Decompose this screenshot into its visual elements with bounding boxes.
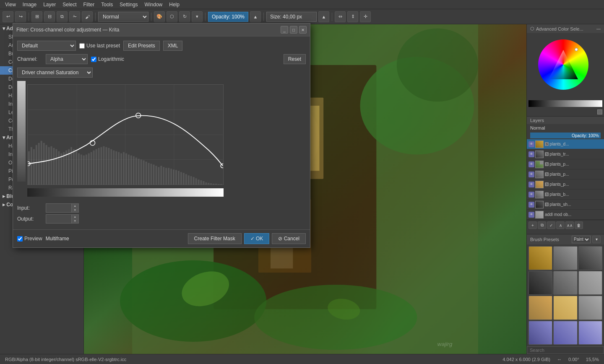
color-reset-icon[interactable]	[597, 109, 602, 114]
layer-row-4[interactable]: 👁 S plants_p...	[527, 179, 604, 190]
brush-preset-0[interactable]	[528, 246, 552, 270]
menu-tools[interactable]: Tools	[98, 1, 116, 8]
menu-window[interactable]: Window	[141, 1, 166, 8]
brush-preset-2[interactable]	[578, 246, 602, 270]
brush-preset-6[interactable]	[528, 296, 552, 320]
opacity-display[interactable]: Opacity: 100%	[208, 12, 248, 22]
color-triangle[interactable]	[549, 50, 578, 79]
menu-help[interactable]: Help	[166, 1, 183, 8]
check-layer-btn[interactable]: ✓	[547, 221, 555, 229]
preview-checkbox[interactable]	[17, 236, 23, 242]
brush-preset-1[interactable]	[553, 246, 577, 270]
dialog-maximize-btn[interactable]: □	[290, 26, 297, 34]
layer-eye-6[interactable]: 👁	[528, 202, 534, 208]
toolbar-arrow-btn[interactable]: ▾	[192, 11, 203, 22]
color-value-strip[interactable]	[528, 100, 602, 107]
opacity-up-btn[interactable]: ▲	[250, 11, 261, 22]
mirror-h-btn[interactable]: ⇔	[335, 11, 346, 22]
duplicate-layer-btn[interactable]: ⧉	[538, 221, 546, 229]
layer-eye-7[interactable]: 👁	[528, 212, 534, 218]
input-spin-down[interactable]: ▾	[72, 208, 78, 212]
layer-eye-5[interactable]: 👁	[528, 192, 534, 198]
menu-filter[interactable]: Filter	[80, 1, 98, 8]
menu-layer[interactable]: Layer	[40, 1, 59, 8]
add-layer-btn[interactable]: +	[528, 221, 537, 229]
brush-preset-8[interactable]	[578, 296, 602, 320]
layer-eye-1[interactable]: 👁	[528, 151, 534, 157]
output-spinbox[interactable]: 14 ▴ ▾	[46, 214, 79, 224]
reset-btn[interactable]: Reset	[284, 54, 306, 64]
output-spin-down[interactable]: ▾	[72, 219, 78, 223]
input-spinbox[interactable]: 32 ▴ ▾	[46, 203, 79, 213]
brush-preset-9[interactable]	[528, 321, 552, 345]
edit-presets-btn[interactable]: Edit Presets	[123, 41, 160, 51]
toolbar-refresh-btn[interactable]: ↻	[179, 11, 190, 22]
dialog-minimize-btn[interactable]: _	[281, 26, 288, 34]
layer-row-7[interactable]: 👁 addl mod ob...	[527, 210, 604, 220]
color-selector-collapse[interactable]: —	[596, 26, 601, 31]
color-wheel[interactable]	[538, 39, 588, 90]
mirror-v-btn[interactable]: ⇕	[347, 11, 358, 22]
blend-mode-select[interactable]: Normal	[98, 12, 148, 22]
merge-layer-btn[interactable]: ∧	[556, 221, 565, 229]
xml-btn[interactable]: XML	[163, 41, 183, 51]
menu-image[interactable]: Image	[19, 1, 40, 8]
brush-search-input[interactable]	[527, 346, 604, 354]
ok-btn[interactable]: ✓ OK	[244, 233, 270, 244]
curve-editor[interactable]	[27, 84, 224, 185]
driver-select[interactable]: Driver channel Saturation	[17, 68, 93, 78]
menu-select[interactable]: Select	[59, 1, 80, 8]
output-value[interactable]: 14	[46, 215, 71, 223]
brush-preset-11[interactable]	[578, 321, 602, 345]
layer-row-6[interactable]: 👁 S plants_sh...	[527, 200, 604, 210]
toolbar-grid-btn[interactable]: ⊞	[31, 11, 42, 22]
layer-row-5[interactable]: 👁 S plants_b...	[527, 190, 604, 200]
layer-row-3[interactable]: 👁 S plants_p...	[527, 169, 604, 179]
input-value[interactable]: 32	[46, 204, 71, 212]
input-spin-up[interactable]: ▴	[72, 204, 78, 208]
toolbar-copy-btn[interactable]: ⧉	[57, 11, 68, 22]
brush-preset-3[interactable]	[528, 271, 552, 295]
brush-preset-4[interactable]	[553, 271, 577, 295]
size-up-btn[interactable]: ▲	[318, 11, 329, 22]
toolbar-fill-btn[interactable]: ⬡	[167, 11, 177, 22]
flatten-layer-btn[interactable]: ∧∧	[565, 221, 574, 229]
toolbar-paint-btn[interactable]: 🎨	[154, 11, 165, 22]
transform-btn[interactable]: ✛	[360, 11, 371, 22]
brush-preset-5[interactable]	[578, 271, 602, 295]
menu-view[interactable]: View	[2, 1, 19, 8]
toolbar-new-btn[interactable]: ↩	[3, 11, 13, 22]
layer-eye-4[interactable]: 👁	[528, 182, 534, 187]
layers-opacity-bar[interactable]: Opacity: 100%	[530, 133, 601, 138]
layer-row-2[interactable]: 👁 S plants_p...	[527, 159, 604, 169]
brush-category-select[interactable]: Paint	[572, 236, 591, 243]
preview-checkbox-label[interactable]: Preview	[17, 236, 42, 242]
cancel-btn[interactable]: ⊘ Cancel	[272, 233, 306, 244]
preset-select[interactable]: Default	[17, 41, 76, 51]
toolbar-redo-btn[interactable]: ↪	[15, 11, 26, 22]
brush-expand-btn[interactable]: ▾	[592, 236, 601, 243]
use-last-preset-checkbox[interactable]: Use last preset	[79, 43, 120, 49]
toolbar-brush-btn[interactable]: 🖌	[82, 11, 93, 22]
brush-preset-7[interactable]	[553, 296, 577, 320]
output-spin-up[interactable]: ▴	[72, 215, 78, 219]
logarithmic-input[interactable]	[91, 57, 96, 62]
size-display[interactable]: Size: 40,00 px	[266, 12, 317, 22]
toolbar-grid2-btn[interactable]: ⊟	[44, 11, 55, 22]
layer-row-1[interactable]: 👁 S plants_tr...	[527, 149, 604, 159]
toolbar-paste-btn[interactable]: ✁	[69, 11, 80, 22]
brush-preset-10[interactable]	[553, 321, 577, 345]
delete-layer-btn[interactable]: 🗑	[575, 221, 583, 229]
dialog-close-btn[interactable]: ✕	[299, 26, 307, 34]
layer-row-0[interactable]: 👁 S plants_d...	[527, 139, 604, 149]
layer-eye-0[interactable]: 👁	[528, 141, 534, 147]
channel-select[interactable]: Alpha	[46, 54, 88, 64]
color-wheel-wrapper[interactable]	[538, 39, 593, 94]
create-filter-mask-btn[interactable]: Create Filter Mask	[188, 233, 242, 244]
use-last-preset-input[interactable]	[79, 43, 85, 49]
filter-dialog[interactable]: Filter: Cross-channel color adjustment —…	[13, 23, 310, 248]
layer-eye-3[interactable]: 👁	[528, 172, 534, 177]
logarithmic-checkbox[interactable]: Logarithmic	[91, 56, 124, 62]
layer-eye-2[interactable]: 👁	[528, 161, 534, 167]
menu-settings[interactable]: Settings	[116, 1, 141, 8]
